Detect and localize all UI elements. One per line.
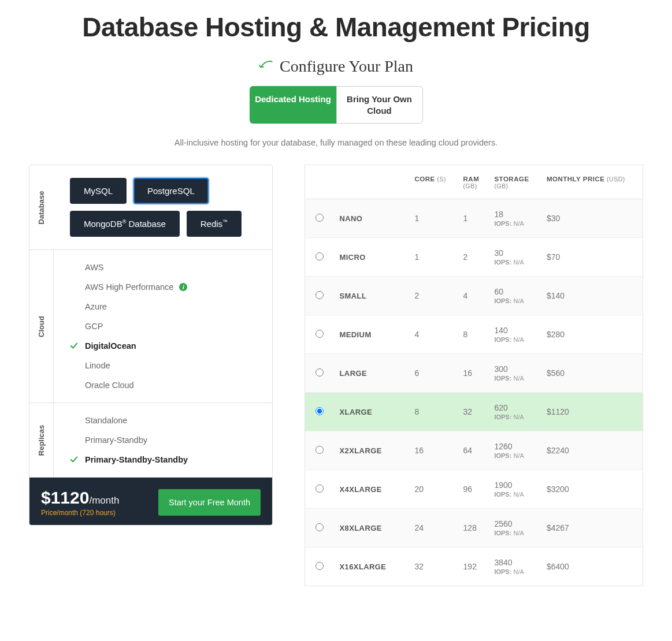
- plan-storage: 18IOPS: N/A: [488, 199, 541, 238]
- plan-radio[interactable]: [315, 485, 324, 493]
- plan-name: X8XLARGE: [334, 509, 409, 547]
- plan-core: 24: [409, 509, 458, 547]
- plan-name: XLARGE: [334, 393, 409, 431]
- plan-storage: 30IOPS: N/A: [488, 238, 541, 277]
- replicas-option-label: Primary-Standby-Standby: [85, 455, 188, 464]
- plan-name: X16XLARGE: [334, 547, 409, 586]
- plan-core: 4: [409, 315, 458, 354]
- plan-storage: 620IOPS: N/A: [488, 393, 541, 431]
- plan-price: $280: [541, 315, 643, 354]
- plan-row[interactable]: X2XLARGE16641260IOPS: N/A$2240: [305, 431, 643, 470]
- plan-name: MICRO: [334, 238, 409, 277]
- replicas-option[interactable]: Primary-Standby-Standby: [70, 455, 261, 464]
- price-footer: $1120/month Price/month (720 hours) Star…: [29, 478, 272, 525]
- plan-radio[interactable]: [315, 446, 324, 454]
- col-storage: STORAGE(GB): [488, 165, 541, 199]
- configure-label: Configure Your Plan: [280, 57, 413, 76]
- plan-ram: 96: [458, 470, 489, 509]
- plan-row[interactable]: MEDIUM48140IOPS: N/A$280: [305, 315, 643, 354]
- database-option[interactable]: Redis™: [187, 211, 242, 237]
- plan-name: MEDIUM: [334, 315, 409, 354]
- hosting-subtext: All-inclusive hosting for your database,…: [29, 138, 643, 147]
- col-select: [305, 165, 334, 199]
- config-panel: Database MySQLPostgreSQLMongoDB® Databas…: [29, 165, 273, 526]
- plan-price: $70: [541, 238, 643, 277]
- plan-storage: 140IOPS: N/A: [488, 315, 541, 354]
- plan-ram: 4: [458, 277, 489, 315]
- info-icon[interactable]: i: [179, 283, 187, 291]
- col-name: [334, 165, 409, 199]
- toggle-dedicated[interactable]: Dedicated Hosting: [250, 86, 336, 124]
- plan-ram: 8: [458, 315, 489, 354]
- plan-storage: 3840IOPS: N/A: [488, 547, 541, 586]
- plan-radio[interactable]: [315, 368, 324, 377]
- cloud-option[interactable]: DigitalOcean: [70, 341, 261, 351]
- plan-radio[interactable]: [315, 562, 324, 570]
- footer-price: $1120: [41, 488, 89, 507]
- check-icon: [70, 342, 79, 350]
- plan-ram: 2: [458, 238, 489, 277]
- replicas-option-label: Primary-Standby: [85, 435, 147, 445]
- replicas-option[interactable]: Standalone: [70, 416, 261, 425]
- plan-radio[interactable]: [315, 252, 324, 260]
- col-core: CORE (S): [409, 165, 458, 199]
- plan-ram: 32: [458, 393, 489, 431]
- plan-storage: 2560IOPS: N/A: [488, 509, 541, 547]
- cloud-option-label: Linode: [85, 361, 110, 370]
- cloud-option[interactable]: Linode: [70, 361, 261, 370]
- database-option[interactable]: MySQL: [70, 178, 127, 204]
- plan-core: 8: [409, 393, 458, 431]
- plan-core: 16: [409, 431, 458, 470]
- plan-row[interactable]: X8XLARGE241282560IOPS: N/A$4267: [305, 509, 643, 547]
- section-cloud: Cloud AWSAWS High PerformanceiAzureGCPDi…: [29, 250, 272, 403]
- plan-price: $3200: [541, 470, 643, 509]
- section-label-cloud: Cloud: [37, 316, 46, 337]
- plan-name: NANO: [334, 199, 409, 238]
- cloud-option[interactable]: Azure: [70, 302, 261, 311]
- col-ram: RAM(GB): [458, 165, 489, 199]
- plan-price: $1120: [541, 393, 643, 431]
- plan-radio[interactable]: [315, 330, 324, 338]
- section-database: Database MySQLPostgreSQLMongoDB® Databas…: [29, 165, 272, 250]
- cloud-option[interactable]: GCP: [70, 322, 261, 331]
- cloud-option[interactable]: AWS High Performancei: [70, 282, 261, 292]
- plan-radio[interactable]: [315, 407, 324, 415]
- plan-row[interactable]: SMALL2460IOPS: N/A$140: [305, 277, 643, 315]
- database-option[interactable]: PostgreSQL: [133, 178, 209, 204]
- arrow-curve-icon: [259, 59, 274, 73]
- col-price: MONTHLY PRICE (USD): [541, 165, 643, 199]
- plan-core: 1: [409, 238, 458, 277]
- plan-row[interactable]: X16XLARGE321923840IOPS: N/A$6400: [305, 547, 643, 586]
- plan-radio[interactable]: [315, 214, 324, 222]
- cloud-option[interactable]: Oracle Cloud: [70, 381, 261, 390]
- plan-ram: 128: [458, 509, 489, 547]
- plan-name: SMALL: [334, 277, 409, 315]
- start-free-month-button[interactable]: Start your Free Month: [158, 489, 261, 516]
- plan-storage: 60IOPS: N/A: [488, 277, 541, 315]
- plan-row[interactable]: LARGE616300IOPS: N/A$560: [305, 354, 643, 393]
- replicas-option[interactable]: Primary-Standby: [70, 435, 261, 445]
- replicas-option-label: Standalone: [85, 416, 127, 425]
- plan-core: 1: [409, 199, 458, 238]
- plan-radio[interactable]: [315, 291, 324, 299]
- plan-row[interactable]: XLARGE832620IOPS: N/A$1120: [305, 393, 643, 431]
- check-icon: [70, 456, 79, 464]
- cloud-option-label: Azure: [85, 302, 107, 311]
- plan-name: X2XLARGE: [334, 431, 409, 470]
- section-label-replicas: Replicas: [37, 424, 46, 455]
- plan-ram: 64: [458, 431, 489, 470]
- cloud-option-label: DigitalOcean: [85, 341, 136, 351]
- plan-row[interactable]: NANO1118IOPS: N/A$30: [305, 199, 643, 238]
- plan-radio[interactable]: [315, 523, 324, 531]
- footer-note: Price/month (720 hours): [41, 509, 119, 517]
- cloud-option[interactable]: AWS: [70, 263, 261, 272]
- toggle-byoc[interactable]: Bring Your Own Cloud: [336, 86, 423, 124]
- database-option[interactable]: MongoDB® Database: [70, 211, 180, 237]
- plan-table: CORE (S) RAM(GB) STORAGE(GB) MONTHLY PRI…: [305, 165, 643, 586]
- plan-price: $30: [541, 199, 643, 238]
- page-title: Database Hosting & Management Pricing: [29, 12, 643, 43]
- plan-row[interactable]: MICRO1230IOPS: N/A$70: [305, 238, 643, 277]
- plan-price: $4267: [541, 509, 643, 547]
- plan-price: $140: [541, 277, 643, 315]
- plan-row[interactable]: X4XLARGE20961900IOPS: N/A$3200: [305, 470, 643, 509]
